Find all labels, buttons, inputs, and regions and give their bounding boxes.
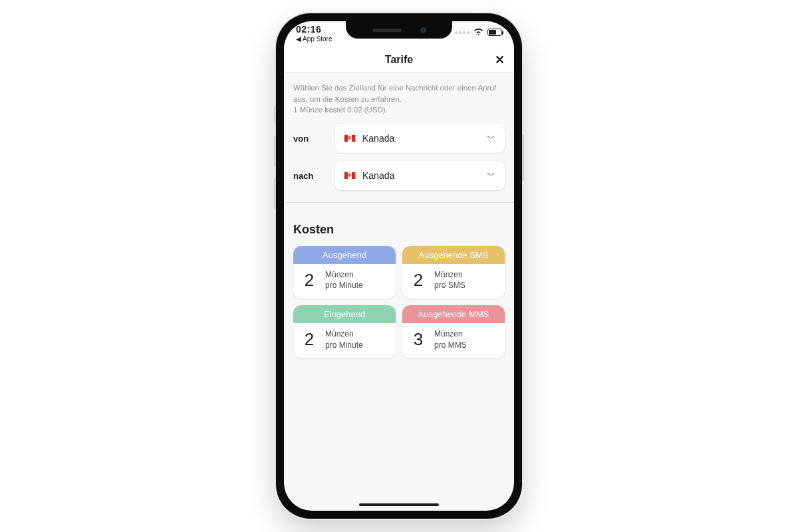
from-country-select[interactable]: ❋ Kanada ﹀ <box>334 124 505 153</box>
wifi-icon <box>473 28 483 37</box>
cost-value: 2 <box>410 270 426 291</box>
canada-flag-icon: ❋ <box>344 134 356 142</box>
costs-grid: Ausgehend 2 Münzenpro Minute Ausgehende … <box>293 246 505 358</box>
card-head: Ausgehende SMS <box>402 246 505 264</box>
chevron-left-icon: ◀ <box>296 35 301 43</box>
cost-card-outgoing-call: Ausgehend 2 Münzenpro Minute <box>293 246 396 299</box>
status-time: 02:16 <box>296 24 321 35</box>
screen: 02:16 ◀ App Store Tarife ✕ Wählen S <box>284 21 514 511</box>
battery-icon <box>487 29 502 36</box>
cost-card-outgoing-mms: Ausgehende MMS 3 Münzenpro MMS <box>402 305 505 358</box>
cost-unit: Münzenpro Minute <box>325 269 363 291</box>
help-text: Wählen Sie das Zielland für eine Nachric… <box>293 82 505 116</box>
chevron-down-icon: ﹀ <box>487 170 495 182</box>
phone-frame: 02:16 ◀ App Store Tarife ✕ Wählen S <box>276 13 522 519</box>
card-head: Ausgehend <box>293 246 396 264</box>
cost-value: 2 <box>301 270 317 291</box>
notch <box>346 21 452 39</box>
nav-header: Tarife ✕ <box>284 47 514 73</box>
costs-section: Kosten Ausgehend 2 Münzenpro Minute Ausg… <box>284 203 514 511</box>
cost-value: 3 <box>410 329 426 350</box>
card-head: Ausgehende MMS <box>402 305 505 323</box>
to-country-value: Kanada <box>362 170 394 181</box>
costs-title: Kosten <box>293 223 505 237</box>
to-row: nach ❋ Kanada ﹀ <box>293 161 505 190</box>
to-label: nach <box>293 171 325 181</box>
back-to-app-label: App Store <box>303 35 332 43</box>
from-country-value: Kanada <box>362 133 394 144</box>
cellular-dots-icon <box>455 31 469 34</box>
canada-flag-icon: ❋ <box>344 172 356 180</box>
cost-unit: Münzenpro Minute <box>325 329 363 350</box>
cost-unit: Münzenpro MMS <box>434 329 467 350</box>
from-label: von <box>293 134 325 144</box>
side-button-right <box>522 134 524 181</box>
cost-unit: Münzenpro SMS <box>434 269 466 291</box>
destination-selector: Wählen Sie das Zielland für eine Nachric… <box>284 73 514 203</box>
help-line-1: Wählen Sie das Zielland für eine Nachric… <box>293 84 496 103</box>
page-title: Tarife <box>385 54 413 66</box>
card-head: Eingehend <box>293 305 396 323</box>
home-indicator[interactable] <box>359 503 439 506</box>
back-to-app[interactable]: ◀ App Store <box>296 35 332 43</box>
chevron-down-icon: ﹀ <box>487 132 495 144</box>
help-line-2: 1 Münze kostet 0.02 (USD). <box>293 106 388 114</box>
close-button[interactable]: ✕ <box>495 54 505 66</box>
cost-card-incoming-call: Eingehend 2 Münzenpro Minute <box>293 305 396 358</box>
cost-card-outgoing-sms: Ausgehende SMS 2 Münzenpro SMS <box>402 246 505 299</box>
to-country-select[interactable]: ❋ Kanada ﹀ <box>334 161 505 190</box>
cost-value: 2 <box>301 329 317 350</box>
from-row: von ❋ Kanada ﹀ <box>293 124 505 153</box>
side-buttons-left <box>274 106 276 221</box>
